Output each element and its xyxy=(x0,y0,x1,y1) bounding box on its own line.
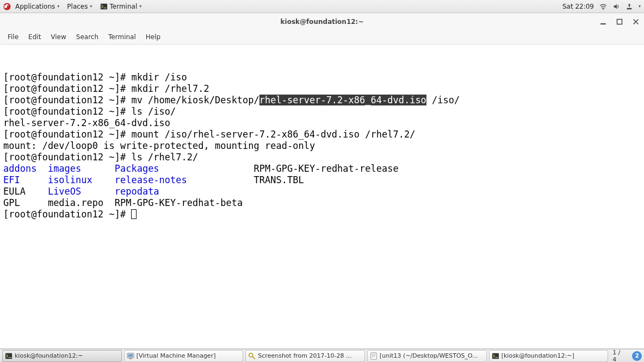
terminal-menu[interactable]: Terminal ▾ xyxy=(97,2,145,11)
terminal-body[interactable]: [root@foundation12 ~]# mkdir /iso [root@… xyxy=(0,45,644,348)
svg-rect-10 xyxy=(371,352,377,359)
file-media-repo: media.repo xyxy=(48,197,115,208)
cmd-mv-post: /iso/ xyxy=(426,95,460,105)
places-menu[interactable]: Places ▾ xyxy=(64,2,95,11)
prompt: [root@foundation12 ~]# xyxy=(3,129,131,140)
taskbar-item-editor[interactable]: [unit13 (~/Desktop/WESTOS_O... xyxy=(367,350,487,362)
notification-badge[interactable]: 2 xyxy=(632,351,642,361)
svg-point-2 xyxy=(603,9,604,10)
menu-view[interactable]: View xyxy=(46,32,70,42)
prompt: [root@foundation12 ~]# xyxy=(3,209,131,220)
file-rpm-beta: RPM-GPG-KEY-redhat-beta xyxy=(115,197,243,208)
svg-rect-11 xyxy=(492,353,499,359)
prompt: [root@foundation12 ~]# xyxy=(3,152,131,163)
terminal-icon xyxy=(100,3,108,10)
applications-menu[interactable]: Applications ▾ xyxy=(12,2,63,11)
mount-output: mount: /dev/loop0 is write-protected, mo… xyxy=(3,140,315,151)
chevron-down-icon[interactable]: ▾ xyxy=(639,4,641,9)
workspace-indicator[interactable]: 1 / 4 xyxy=(610,349,628,363)
menu-edit[interactable]: Edit xyxy=(24,32,45,42)
cmd-mv-pre: mv /home/kiosk/Desktop/ xyxy=(131,95,259,105)
terminal-window: kiosk@foundation12:~ File Edit View Sear… xyxy=(0,14,644,349)
selected-text: rhel-server-7.2-x86_64-dvd.iso xyxy=(259,95,426,105)
close-button[interactable] xyxy=(632,18,640,26)
svg-rect-1 xyxy=(100,3,107,9)
menu-terminal[interactable]: Terminal xyxy=(104,32,140,42)
applications-label: Applications xyxy=(15,3,55,10)
ls-output-iso: rhel-server-7.2-x86_64-dvd.iso xyxy=(3,117,170,128)
prompt: [root@foundation12 ~]# xyxy=(3,95,131,105)
terminal-menu-label: Terminal xyxy=(110,3,138,10)
file-trans-tbl: TRANS.TBL xyxy=(254,174,304,185)
dir-isolinux: isolinux xyxy=(48,174,115,185)
places-label: Places xyxy=(67,3,88,10)
volume-icon[interactable] xyxy=(612,3,620,10)
top-panel: Applications ▾ Places ▾ Terminal ▾ Sat 2… xyxy=(0,0,644,13)
svg-rect-3 xyxy=(600,23,606,24)
taskbar-label: kiosk@foundation12:~ xyxy=(15,352,119,359)
terminal-icon xyxy=(492,352,499,360)
menu-file[interactable]: File xyxy=(3,32,23,42)
file-eula: EULA xyxy=(3,186,48,197)
taskbar-label: [Virtual Machine Manager] xyxy=(137,352,241,359)
taskbar-item-terminal[interactable]: kiosk@foundation12:~ xyxy=(2,350,122,362)
maximize-button[interactable] xyxy=(616,18,623,26)
minimize-button[interactable] xyxy=(599,18,607,26)
file-rpm-release: RPM-GPG-KEY-redhat-release xyxy=(254,163,399,174)
window-title: kiosk@foundation12:~ xyxy=(281,18,364,26)
file-gpl: GPL xyxy=(3,197,48,208)
dir-packages: Packages xyxy=(115,163,254,174)
text-editor-icon xyxy=(370,352,377,360)
dir-addons: addons xyxy=(3,163,48,174)
taskbar-label: Screenshot from 2017-10-28 ... xyxy=(258,352,362,359)
text-cursor xyxy=(131,209,137,219)
terminal-icon xyxy=(5,352,13,360)
dir-images: images xyxy=(48,163,115,174)
chevron-down-icon: ▾ xyxy=(57,4,59,9)
chevron-down-icon: ▾ xyxy=(139,4,141,9)
menu-search[interactable]: Search xyxy=(72,32,103,42)
menu-help[interactable]: Help xyxy=(141,32,165,42)
chevron-down-icon: ▾ xyxy=(90,4,92,9)
clock[interactable]: Sat 22:09 xyxy=(562,3,594,10)
prompt: [root@foundation12 ~]# xyxy=(3,83,131,94)
svg-rect-5 xyxy=(5,353,12,359)
prompt: [root@foundation12 ~]# xyxy=(3,72,131,83)
prompt: [root@foundation12 ~]# xyxy=(3,106,131,117)
svg-rect-4 xyxy=(617,20,622,24)
taskbar-item-vmm[interactable]: [Virtual Machine Manager] xyxy=(124,350,244,362)
dir-repodata: repodata xyxy=(115,186,159,197)
vmm-icon xyxy=(127,352,134,360)
taskbar-label: [kiosk@foundation12:~] xyxy=(501,352,606,359)
updates-icon[interactable] xyxy=(626,3,633,10)
cmd-ls-rhel: ls /rhel7.2/ xyxy=(131,152,198,163)
taskbar-label: [unit13 (~/Desktop/WESTOS_O... xyxy=(380,352,484,359)
fedora-icon xyxy=(3,3,11,10)
image-viewer-icon xyxy=(248,352,256,360)
svg-rect-8 xyxy=(129,358,132,359)
taskbar-item-screenshot[interactable]: Screenshot from 2017-10-28 ... xyxy=(245,350,365,362)
taskbar-item-terminal-2[interactable]: [kiosk@foundation12:~] xyxy=(489,350,609,362)
dir-efi: EFI xyxy=(3,174,48,185)
taskbar: kiosk@foundation12:~ [Virtual Machine Ma… xyxy=(0,349,644,362)
svg-rect-7 xyxy=(128,354,133,357)
cmd-mkdir-iso: mkdir /iso xyxy=(131,72,187,83)
dir-release-notes: release-notes xyxy=(115,174,254,185)
cmd-mount: mount /iso/rhel-server-7.2-x86_64-dvd.is… xyxy=(131,129,415,140)
titlebar[interactable]: kiosk@foundation12:~ xyxy=(0,14,644,30)
menubar: File Edit View Search Terminal Help xyxy=(0,30,644,45)
network-icon[interactable] xyxy=(599,3,607,10)
cmd-ls-iso: ls /iso/ xyxy=(131,106,176,117)
cmd-mkdir-rhel: mkdir /rhel7.2 xyxy=(131,83,209,94)
dir-liveos: LiveOS xyxy=(48,186,115,197)
